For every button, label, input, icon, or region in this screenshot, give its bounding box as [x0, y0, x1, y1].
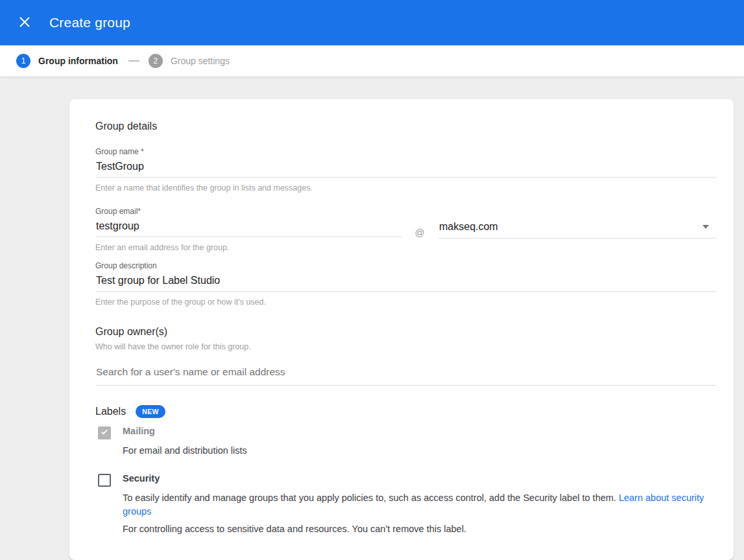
group-email-label: Group email*: [95, 207, 402, 216]
content-area: Group details Group name * Enter a name …: [0, 77, 744, 560]
group-name-helper: Enter a name that identifies the group i…: [95, 183, 717, 192]
appbar: Create group: [0, 0, 744, 45]
step-1-label: Group information: [38, 56, 118, 66]
owner-search-input[interactable]: [95, 366, 717, 386]
security-label: Security: [123, 473, 717, 484]
label-row-mailing: Mailing For email and distribution lists: [95, 426, 717, 458]
mailing-description: For email and distribution lists: [123, 444, 717, 458]
stepper: 1 Group information 2 Group settings: [0, 45, 744, 77]
checkmark-icon: [100, 427, 109, 439]
mailing-checkbox-checked: [98, 426, 111, 439]
mailing-label: Mailing: [123, 426, 717, 436]
group-owners-section: Group owner(s) Who will have the owner r…: [95, 326, 717, 386]
chevron-down-icon: [702, 225, 709, 229]
domain-select[interactable]: makseq.com: [438, 221, 717, 239]
group-name-field: Group name * Enter a name that identifie…: [95, 147, 717, 192]
group-description-label: Group description: [95, 261, 717, 270]
group-email-field: Group email* Enter an email address for …: [95, 207, 717, 252]
close-icon: [18, 15, 32, 31]
group-description-field: Group description Enter the purpose of t…: [95, 261, 717, 307]
group-email-input[interactable]: [95, 220, 402, 237]
group-owners-subtitle: Who will have the owner role for this gr…: [95, 342, 717, 351]
group-description-input[interactable]: [95, 275, 717, 292]
security-checkbox[interactable]: [98, 474, 111, 487]
step-1-circle: 1: [16, 54, 30, 68]
group-description-helper: Enter the purpose of the group or how it…: [95, 298, 717, 307]
at-sign: @: [402, 207, 438, 238]
security-description: To easily identify and manage groups tha…: [123, 491, 717, 519]
step-2-label: Group settings: [171, 56, 230, 66]
group-owners-title: Group owner(s): [95, 326, 717, 338]
section-title-group-details: Group details: [95, 121, 717, 132]
step-group-information: 1 Group information: [16, 54, 118, 68]
group-name-input[interactable]: [95, 161, 717, 178]
group-email-helper: Enter an email address for the group.: [95, 243, 402, 252]
labels-section: Labels NEW Mailing For email: [95, 405, 717, 536]
group-name-label: Group name *: [95, 147, 717, 156]
domain-selected-value: makseq.com: [439, 221, 702, 233]
group-details-card: Group details Group name * Enter a name …: [69, 99, 734, 560]
label-row-security: Security To easily identify and manage g…: [95, 473, 717, 536]
page-title: Create group: [49, 15, 130, 30]
step-connector: [128, 60, 139, 62]
close-button[interactable]: [14, 12, 36, 34]
security-description-extra: For controlling access to sensitive data…: [123, 522, 717, 536]
step-2-circle: 2: [149, 54, 163, 68]
new-badge: NEW: [136, 405, 165, 418]
step-group-settings: 2 Group settings: [149, 54, 230, 68]
labels-title: Labels: [95, 406, 126, 417]
